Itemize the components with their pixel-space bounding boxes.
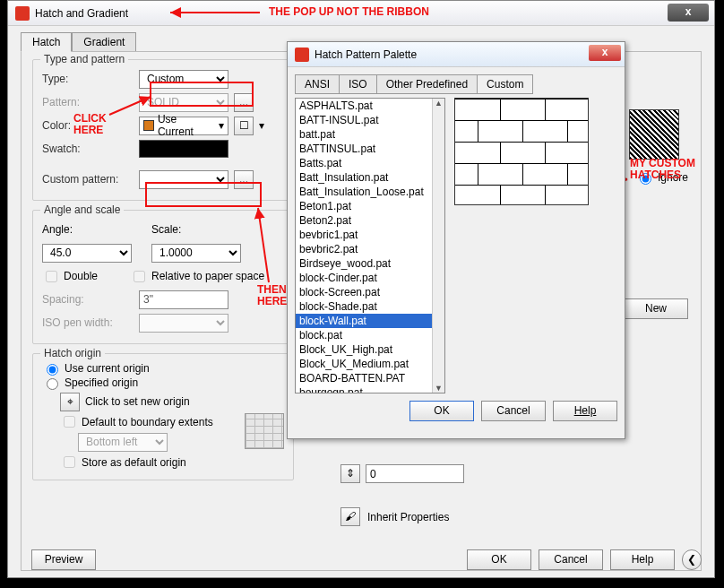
- list-item[interactable]: Beton1.pat: [296, 199, 432, 213]
- window-title: Hatch and Gradient: [35, 7, 128, 20]
- palette-ok-button[interactable]: OK: [409, 401, 474, 421]
- color-none-button[interactable]: ☐: [234, 117, 254, 135]
- legend-type: Type and pattern: [40, 53, 128, 65]
- app-icon: [295, 48, 309, 62]
- color-chip-icon: [143, 120, 154, 131]
- list-item[interactable]: bourgogn.pat: [296, 385, 432, 393]
- scale-label: Scale:: [151, 223, 181, 236]
- list-item[interactable]: BOARD-BATTEN.PAT: [296, 371, 432, 385]
- close-button[interactable]: x: [668, 4, 709, 22]
- help-button[interactable]: Help: [610, 549, 675, 570]
- app-icon: [15, 6, 30, 21]
- stepper-input[interactable]: [366, 464, 464, 483]
- list-item[interactable]: ASPHALTS.pat: [296, 99, 432, 113]
- titlebar: Hatch and Gradient x: [8, 1, 714, 26]
- list-item[interactable]: block-Cinder.pat: [296, 271, 432, 285]
- custom-pattern-label: Custom pattern:: [42, 173, 134, 186]
- list-item[interactable]: bevbric2.pat: [296, 242, 432, 256]
- pattern-browse-button[interactable]: ...: [234, 93, 254, 112]
- angle-label: Angle:: [42, 223, 146, 236]
- custom-pattern-browse-button[interactable]: ...: [234, 170, 254, 189]
- cancel-button[interactable]: Cancel: [539, 549, 603, 570]
- ignore-radio[interactable]: Ignore: [635, 170, 688, 185]
- origin-corner-combo: Bottom left: [78, 433, 168, 452]
- specified-origin-radio[interactable]: Specified origin: [42, 376, 284, 390]
- list-item[interactable]: block-Screen.pat: [296, 285, 432, 299]
- tab-gradient[interactable]: Gradient: [72, 32, 136, 52]
- swatch-preview[interactable]: [139, 140, 228, 158]
- list-item[interactable]: bevbric1.pat: [296, 228, 432, 242]
- store-default-checkbox[interactable]: Store as default origin: [60, 454, 239, 471]
- color-combo[interactable]: Use Current ▾: [139, 117, 228, 135]
- list-item[interactable]: Birdseye_wood.pat: [296, 256, 432, 271]
- palette-close-button[interactable]: x: [589, 45, 621, 61]
- list-item[interactable]: BATTINSUL.pat: [296, 142, 432, 156]
- behind-pattern-swatch[interactable]: [629, 109, 679, 160]
- palette-cancel-button[interactable]: Cancel: [481, 401, 546, 421]
- list-item[interactable]: block-Wall.pat: [296, 314, 432, 328]
- group-type-pattern: Type and pattern Type: Custom Pattern: S…: [32, 59, 294, 201]
- list-item[interactable]: Block_UK_Medium.pat: [296, 357, 432, 371]
- use-current-origin-radio[interactable]: Use current origin: [42, 361, 284, 376]
- ok-button[interactable]: OK: [467, 549, 531, 570]
- tab-hatch[interactable]: Hatch: [21, 32, 72, 52]
- type-combo[interactable]: Custom: [139, 70, 228, 89]
- group-angle-scale: Angle and scale Angle: Scale: 45.0 1.000…: [32, 210, 294, 344]
- stepper-button[interactable]: ⇕: [340, 464, 360, 483]
- palette-titlebar: Hatch Pattern Palette x: [288, 42, 625, 67]
- new-button[interactable]: New: [624, 298, 688, 319]
- list-item[interactable]: BATT-INSUL.pat: [296, 113, 432, 127]
- group-origin: Hatch origin Use current origin Specifie…: [32, 353, 294, 480]
- preview-button[interactable]: Preview: [31, 549, 96, 570]
- pattern-label: Pattern:: [42, 96, 134, 108]
- pattern-file-list[interactable]: ASPHALTS.patBATT-INSUL.patbatt.patBATTIN…: [295, 98, 445, 393]
- tab-iso[interactable]: ISO: [339, 74, 377, 94]
- color-value: Use Current: [158, 113, 215, 138]
- pattern-combo: SOLID: [139, 93, 228, 112]
- tab-ansi[interactable]: ANSI: [295, 74, 340, 94]
- spacing-label: Spacing:: [42, 293, 134, 306]
- relative-checkbox[interactable]: Relative to paper space: [130, 268, 264, 285]
- click-origin-label: Click to set new origin: [85, 395, 190, 408]
- list-item[interactable]: Batts.pat: [296, 156, 432, 170]
- swatch-label: Swatch:: [42, 143, 134, 155]
- expand-button[interactable]: ❮: [682, 549, 702, 570]
- inherit-label: Inherit Properties: [367, 511, 449, 523]
- list-item[interactable]: block.pat: [296, 328, 432, 342]
- iso-pen-label: ISO pen width:: [42, 316, 134, 329]
- legend-origin: Hatch origin: [40, 347, 105, 359]
- scrollbar[interactable]: [432, 99, 444, 393]
- chevron-down-icon: ▾: [259, 119, 264, 132]
- list-item[interactable]: Batt_Insulation_Loose.pat: [296, 185, 432, 199]
- color-label: Color:: [42, 119, 134, 132]
- list-item[interactable]: Block_UK_High.pat: [296, 342, 432, 357]
- scale-combo[interactable]: 1.0000: [151, 244, 241, 263]
- palette-dialog: Hatch Pattern Palette x ANSI ISO Other P…: [287, 41, 625, 439]
- tab-custom[interactable]: Custom: [477, 74, 533, 94]
- list-item[interactable]: Batt_Insulation.pat: [296, 170, 432, 185]
- double-checkbox[interactable]: Double: [42, 268, 98, 285]
- dialog-footer: OK Cancel Help ❮: [467, 549, 702, 570]
- tab-other[interactable]: Other Predefined: [376, 74, 478, 94]
- palette-help-button[interactable]: Help: [553, 401, 617, 421]
- list-item[interactable]: Beton2.pat: [296, 213, 432, 228]
- inherit-icon[interactable]: 🖌: [340, 507, 360, 526]
- pick-origin-button[interactable]: ⌖: [60, 393, 80, 411]
- palette-tabs: ANSI ISO Other Predefined Custom: [295, 74, 617, 94]
- origin-preview-icon: [245, 413, 284, 449]
- type-label: Type:: [42, 73, 134, 85]
- spacing-input: [139, 290, 228, 309]
- list-item[interactable]: block-Shade.pat: [296, 299, 432, 314]
- legend-angle: Angle and scale: [40, 203, 124, 216]
- default-extents-checkbox[interactable]: Default to boundary extents: [60, 413, 239, 430]
- pattern-preview: [454, 98, 589, 205]
- palette-title: Hatch Pattern Palette: [315, 48, 417, 61]
- custom-pattern-combo[interactable]: [139, 170, 228, 189]
- angle-combo[interactable]: 45.0: [42, 244, 132, 263]
- iso-pen-combo: [139, 314, 228, 333]
- list-item[interactable]: batt.pat: [296, 127, 432, 142]
- chevron-down-icon: ▾: [219, 119, 224, 132]
